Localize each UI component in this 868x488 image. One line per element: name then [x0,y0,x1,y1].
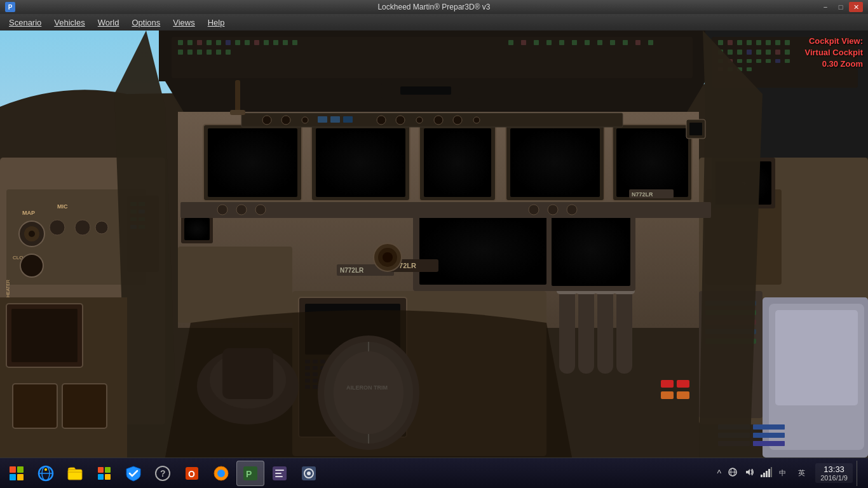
cockpit-view-line2: Virtual Cockpit [804,47,863,58]
show-desktop-button[interactable] [857,461,862,486]
svg-point-108 [302,117,308,123]
svg-rect-42 [264,40,269,45]
svg-point-17 [20,254,43,277]
maximize-button[interactable]: □ [834,2,848,12]
taskbar-globe[interactable] [207,461,235,486]
menu-help[interactable]: Help [201,16,231,29]
svg-rect-71 [766,40,771,45]
svg-rect-100 [424,128,491,197]
svg-point-20 [95,221,108,234]
svg-text:MAP: MAP [22,210,35,216]
close-button[interactable]: ✕ [849,2,863,12]
taskbar-office[interactable]: O [178,461,206,486]
taskbar: ? O P ^ [0,458,868,488]
svg-text:中: 中 [779,469,786,477]
clock-time: 13:33 [820,464,848,474]
svg-rect-62 [216,50,221,55]
svg-rect-225 [11,309,78,362]
svg-point-114 [416,117,423,123]
taskbar-defender[interactable] [119,461,147,486]
cockpit-view-info: Cockpit View: Virtual Cockpit 0.30 Zoom [804,36,863,71]
menu-scenario[interactable]: Scenario [3,16,48,29]
svg-point-232 [529,205,539,215]
tray-chevron[interactable]: ^ [716,467,723,480]
svg-rect-56 [635,40,641,45]
svg-rect-245 [98,467,104,473]
system-tray: ^ 中 [716,461,865,486]
taskbar-explorer[interactable] [61,461,89,486]
volume-icon[interactable] [743,466,756,480]
svg-rect-75 [728,50,733,55]
network-icon[interactable] [726,466,739,480]
svg-rect-57 [648,40,653,45]
svg-point-234 [567,205,577,215]
svg-point-19 [75,220,90,235]
svg-point-233 [548,205,558,215]
svg-point-117 [473,117,480,123]
minimize-button[interactable]: − [818,2,832,12]
svg-point-239 [383,252,393,262]
svg-point-230 [236,205,247,215]
svg-rect-36 [207,40,212,45]
svg-point-263 [307,471,311,475]
svg-text:英: 英 [798,469,805,477]
svg-rect-63 [226,50,231,55]
svg-rect-210 [178,247,292,323]
svg-rect-70 [756,40,761,45]
svg-rect-193 [775,310,858,405]
svg-rect-87 [766,59,771,63]
windows-logo-icon [10,466,24,480]
svg-point-115 [434,116,443,125]
svg-rect-248 [105,474,111,480]
taskbar-ie[interactable] [32,461,60,486]
svg-rect-72 [775,40,780,45]
menu-vehicles[interactable]: Vehicles [48,16,91,29]
svg-rect-66 [718,40,723,45]
clock-date: 2016/1/9 [820,474,848,482]
taskbar-p3d[interactable]: P [236,461,264,486]
lang-icon[interactable]: 英 [796,466,811,480]
svg-rect-80 [775,50,780,55]
svg-rect-218 [689,123,702,135]
svg-rect-267 [761,475,763,477]
signal-bars-icon[interactable] [759,466,773,480]
svg-rect-61 [207,50,212,55]
menu-world[interactable]: World [92,16,126,29]
svg-rect-269 [766,471,768,477]
svg-rect-110 [330,116,340,123]
taskbar-support[interactable]: ? [149,461,177,486]
svg-rect-258 [275,470,284,471]
start-button[interactable] [3,461,31,486]
ime-icon[interactable]: 中 [777,466,792,480]
svg-point-18 [50,220,65,235]
taskbar-store[interactable] [90,461,118,486]
svg-rect-214 [552,214,630,286]
svg-text:P: P [246,469,252,479]
svg-rect-35 [197,40,202,45]
svg-rect-40 [245,40,250,45]
svg-rect-44 [283,40,288,45]
svg-rect-220 [400,86,451,95]
menubar: Scenario Vehicles World Options Views He… [0,14,868,30]
svg-text:N772LR: N772LR [632,191,653,198]
menu-views[interactable]: Views [166,16,201,29]
svg-point-116 [453,116,462,125]
menu-options[interactable]: Options [125,16,166,29]
main-viewport[interactable]: MAP MIC CLOCK HEATER [0,30,868,458]
svg-point-254 [217,470,225,477]
svg-rect-45 [292,40,297,45]
svg-rect-85 [747,59,752,63]
svg-rect-48 [534,40,539,45]
taskbar-task2[interactable] [295,461,323,486]
svg-rect-39 [235,40,240,45]
svg-rect-111 [343,116,353,123]
svg-rect-247 [98,474,104,480]
taskbar-task1[interactable] [266,461,294,486]
svg-point-106 [262,116,271,125]
svg-point-229 [217,205,227,215]
svg-rect-201 [677,380,689,388]
svg-rect-52 [585,40,590,45]
svg-rect-215 [235,80,240,115]
svg-point-107 [281,116,290,125]
clock-area[interactable]: 13:33 2016/1/9 [815,463,853,483]
